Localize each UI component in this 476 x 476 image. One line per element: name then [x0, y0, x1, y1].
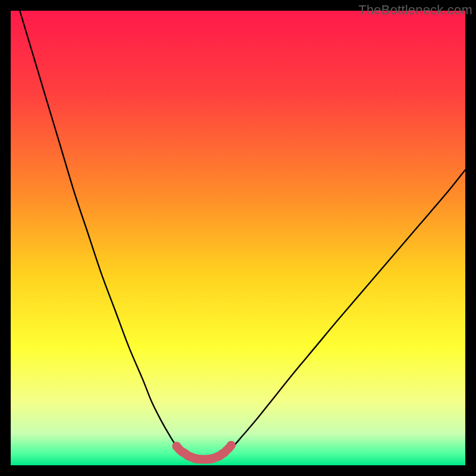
chart-frame: TheBottleneck.com — [0, 0, 476, 476]
series-highlight-right-dot — [227, 441, 236, 450]
chart-plot-area — [11, 11, 465, 465]
watermark-text: TheBottleneck.com — [358, 2, 472, 18]
chart-svg — [11, 11, 465, 465]
background-rect — [11, 11, 465, 465]
